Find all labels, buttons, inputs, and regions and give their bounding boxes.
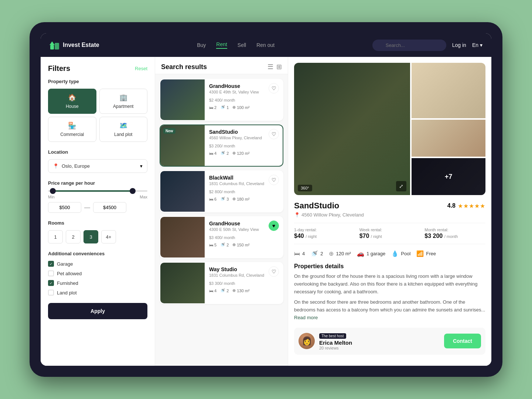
favorite-btn-5[interactable]: ♡	[269, 266, 279, 277]
type-house-label: House	[66, 104, 79, 109]
details-title: Properties details	[294, 263, 485, 270]
nav-links: Buy Rent Sell Ren out	[111, 41, 361, 49]
apply-button[interactable]: Apply	[48, 303, 147, 319]
result-address-5: 1831 Columbus Rd, Cleveland	[209, 273, 278, 277]
result-card-1[interactable]: GrandHouse 4300 E 49th St, Valley View $…	[160, 79, 283, 121]
nav-right: 🔍 Log in En ▾	[372, 40, 482, 51]
app-name: Invest Estate	[63, 42, 99, 48]
price-slider-max-thumb[interactable]	[130, 188, 136, 194]
language-selector[interactable]: En ▾	[472, 42, 482, 48]
detail-thumb-1	[412, 63, 485, 118]
location-pin-icon: 📍	[53, 163, 59, 169]
area-feature: ⊕ 100 m²	[232, 105, 249, 110]
rental-month-label: Month rental:	[424, 228, 485, 232]
detail-thumb-3: +7	[412, 158, 485, 195]
baths-feature-2: 🚿 2	[220, 151, 229, 156]
more-photos-overlay[interactable]: +7	[412, 158, 485, 195]
amenity-pool: 💧 Pool	[391, 250, 410, 257]
result-features-1: 🛏 2 🚿 1 ⊕ 100 m²	[209, 105, 278, 110]
commercial-icon: 🏪	[68, 122, 76, 130]
pool-icon: 💧	[391, 250, 399, 257]
favorite-btn-3[interactable]: ♡	[269, 175, 279, 185]
rental-month: Month rental: $3 200 / month	[424, 228, 485, 239]
result-card-5[interactable]: Way Studio 1831 Columbus Rd, Cleveland $…	[160, 262, 283, 304]
price-max-input[interactable]	[93, 202, 126, 213]
reset-button[interactable]: Reset	[135, 66, 147, 71]
room-btn-4plus[interactable]: 4+	[101, 230, 116, 243]
baths-feature-4: 🚿 2	[220, 242, 229, 247]
result-address-1: 4300 E 49th St, Valley View	[209, 90, 278, 94]
type-apartment[interactable]: 🏢 Apartment	[99, 89, 148, 114]
beds-feature-5: 🛏 4	[209, 289, 216, 293]
nav-buy[interactable]: Buy	[197, 42, 206, 48]
grid-view-toggle[interactable]: ⊞	[276, 63, 282, 71]
conv-pet: Pet allowed	[48, 270, 147, 276]
conv-garage-label: Garage	[57, 261, 73, 267]
conv-furnished: ✓ Furnished	[48, 280, 147, 286]
property-types-grid: 🏠 House 🏢 Apartment 🏪 Commercial 🗺️ Land…	[48, 89, 147, 142]
details-text-1: On the ground floor of the house there i…	[294, 273, 485, 296]
results-list: GrandHouse 4300 E 49th St, Valley View $…	[155, 74, 288, 366]
nav-renout[interactable]: Ren out	[256, 42, 274, 48]
expand-button[interactable]: ⤢	[396, 181, 406, 191]
conv-pet-checkbox[interactable]	[48, 270, 54, 276]
result-features-4: 🛏 5 🚿 2 ⊕ 150 m²	[209, 242, 278, 247]
detail-title: SandStudio	[294, 201, 339, 211]
location-select[interactable]: 📍 Oslo, Europe ▾	[48, 159, 147, 173]
garage-icon: 🚗	[357, 250, 364, 257]
price-min-input[interactable]	[48, 202, 81, 213]
amenity-area: ⊕ 120 m²	[329, 250, 351, 257]
contact-button[interactable]: Contact	[444, 334, 481, 348]
conveniences-section: Additional conveniences ✓ Garage Pet all…	[48, 251, 147, 296]
host-reviews: 20 reviews	[319, 346, 352, 350]
address-pin-icon: 📍	[294, 212, 300, 218]
bed-icon: 🛏	[294, 250, 300, 257]
conv-land: Land plot	[48, 290, 147, 296]
result-features-2: 🛏 4 🚿 2 ⊕ 120 m²	[209, 151, 278, 156]
room-btn-2[interactable]: 2	[66, 230, 81, 243]
result-img-1	[160, 79, 205, 120]
main-content: Filters Reset Property type 🏠 House 🏢 Ap…	[41, 57, 491, 366]
price-slider-fill	[53, 190, 132, 192]
search-input[interactable]	[372, 40, 446, 51]
apartment-icon: 🏢	[119, 93, 127, 102]
type-land-plot[interactable]: 🗺️ Land plot	[99, 117, 148, 142]
result-card-3[interactable]: BlackWall 1831 Columbus Rd, Cleveland $2…	[160, 170, 283, 212]
read-more-link[interactable]: Read more	[294, 315, 318, 320]
nav-sell[interactable]: Sell	[238, 42, 246, 48]
type-commercial[interactable]: 🏪 Commercial	[48, 117, 96, 142]
result-info-2: SandStudio 4560 Willow Pkwy, Cleveland $…	[205, 125, 283, 166]
result-card-2[interactable]: New SandStudio 4560 Willow Pkwy, Clevela…	[160, 125, 283, 167]
favorite-btn-4[interactable]: ♥	[269, 221, 279, 231]
conv-land-label: Land plot	[57, 290, 77, 296]
chevron-down-icon: ▾	[140, 163, 143, 169]
result-img-4	[160, 217, 205, 258]
favorite-btn-1[interactable]: ♡	[269, 83, 279, 93]
list-view-toggle[interactable]: ☰	[267, 63, 273, 71]
favorite-btn-2[interactable]: ♡	[269, 129, 279, 139]
result-img-3	[160, 171, 205, 212]
area-feature-5: ⊕ 130 m²	[232, 288, 249, 293]
price-slider-min-thumb[interactable]	[50, 188, 56, 194]
room-btn-1[interactable]: 1	[48, 230, 63, 243]
conv-furnished-checkbox[interactable]: ✓	[48, 280, 54, 286]
conv-land-checkbox[interactable]	[48, 290, 54, 296]
type-house[interactable]: 🏠 House	[48, 89, 96, 114]
result-info-3: BlackWall 1831 Columbus Rd, Cleveland $2…	[205, 171, 283, 212]
login-button[interactable]: Log in	[452, 42, 466, 48]
rental-week-value: $70 / night	[359, 233, 420, 239]
result-address-4: 4300 E 50th St, Valley View	[209, 227, 278, 232]
nav-rent[interactable]: Rent	[216, 41, 227, 49]
result-name-2: SandStudio	[209, 129, 278, 135]
beds-feature-4: 🛏 5	[209, 243, 216, 247]
room-btn-3[interactable]: 3	[83, 230, 98, 243]
result-card-4[interactable]: GrandHouse 4300 E 50th St, Valley View $…	[160, 216, 283, 258]
bath-icon: 🚿	[311, 250, 318, 257]
host-details: The best host Erica Melton 20 reviews	[319, 332, 352, 350]
host-name: Erica Melton	[319, 340, 352, 346]
conv-pet-label: Pet allowed	[57, 271, 82, 276]
conv-garage-checkbox[interactable]: ✓	[48, 261, 54, 267]
stars: ★★★★★	[458, 202, 485, 209]
rental-week-label: Week rental:	[359, 228, 420, 232]
rental-month-value: $3 200 / month	[424, 233, 485, 239]
